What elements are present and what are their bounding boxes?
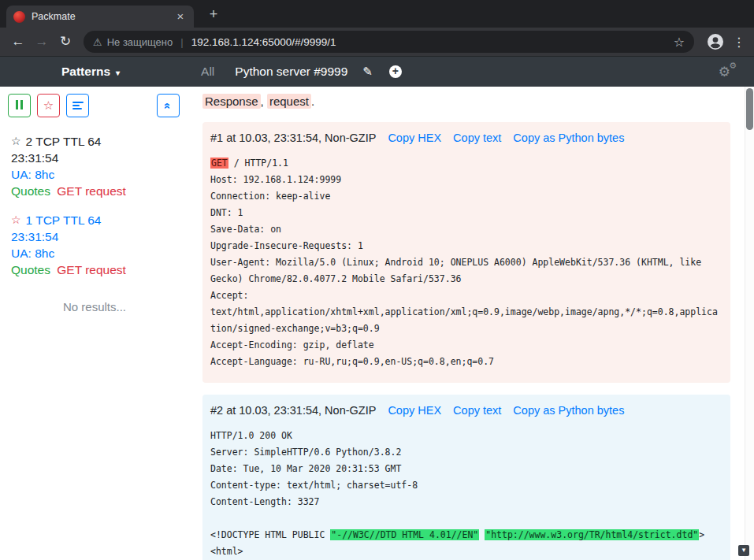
text-segment: HTTP/1.0 200 OK Server: SimpleHTTP/0.6 P… (210, 430, 418, 540)
browser-tab-strip: Packmate × + (0, 0, 754, 28)
favorites-filter-button[interactable]: ☆ (37, 94, 60, 117)
forward-icon[interactable]: → (30, 31, 54, 53)
pause-capture-button[interactable] (8, 94, 31, 117)
packet-payload: GET / HTTP/1.1 Host: 192.168.1.124:9999 … (210, 155, 722, 370)
pattern-match-pink: request (267, 94, 311, 109)
browser-tab[interactable]: Packmate × (6, 6, 194, 28)
no-results-text: No results... (11, 300, 181, 313)
copy-text-link[interactable]: Copy text (453, 404, 501, 417)
text-segment: , (261, 95, 267, 108)
text-segment: / HTTP/1.1 Host: 192.168.1.124:9999 Conn… (210, 158, 718, 367)
stream-user-agent[interactable]: UA: 8hc (11, 166, 181, 183)
security-status-text: Не защищено (107, 36, 173, 48)
stream-list: ☆ 2 TCP TTL 64 23:31:54 UA: 8hc Quotes G… (0, 133, 189, 313)
stream-item[interactable]: ☆ 1 TCP TTL 64 23:31:54 UA: 8hc Quotes G… (11, 212, 181, 278)
favorite-star-icon[interactable]: ☆ (11, 212, 21, 228)
edit-service-pencil-icon[interactable]: ✎ (362, 65, 373, 79)
tab-close-icon[interactable]: × (174, 10, 187, 23)
list-view-button[interactable] (66, 94, 89, 117)
copy-hex-link[interactable]: Copy HEX (388, 404, 441, 417)
packmate-favicon-icon (13, 11, 25, 23)
pattern-tag-quotes: Quotes (11, 263, 50, 276)
copy-python-bytes-link[interactable]: Copy as Python bytes (513, 404, 624, 417)
double-chevron-up-icon: « (162, 102, 175, 109)
stream-user-agent[interactable]: UA: 8hc (11, 245, 181, 261)
service-tabs: All Python server #9999 ✎ + (191, 65, 402, 79)
stream-item-current[interactable]: ☆ 2 TCP TTL 64 23:31:54 UA: 8hc Quotes G… (11, 133, 181, 199)
stream-sidebar: ☆ « ☆ 2 TCP TTL 64 23:31:54 UA: 8hc Quot… (0, 87, 189, 560)
browser-menu-icon[interactable]: ⋮ (730, 35, 748, 50)
pause-icon (15, 100, 24, 112)
gear-small-icon: ⚙ (729, 61, 737, 71)
text-segment: . (311, 95, 314, 108)
patterns-label: Patterns (61, 65, 110, 79)
not-secure-warning-icon[interactable]: ⚠ (93, 36, 102, 48)
omnibox-separator: | (180, 36, 183, 48)
pattern-tag-quotes: Quotes (11, 184, 50, 198)
copy-text-link[interactable]: Copy text (453, 132, 501, 144)
browser-toolbar: ← → ↻ ⚠ Не защищено | 192.168.1.124:6500… (0, 28, 754, 56)
stream-time: 23:31:54 (11, 228, 181, 245)
add-service-icon[interactable]: + (389, 65, 402, 78)
tab-title: Packmate (32, 11, 168, 22)
sidebar-controls: ☆ « (0, 94, 189, 117)
patterns-dropdown[interactable]: Patterns ▾ (61, 65, 120, 79)
copy-hex-link[interactable]: Copy HEX (388, 132, 441, 144)
stream-pattern-tags: Quotes GET request (11, 183, 181, 199)
packet-header: #1 at 10.03, 23:31:54, Non-GZIP Copy HEX… (210, 132, 722, 144)
packet-id: #2 at 10.03, 23:31:54, Non-GZIP (210, 404, 376, 417)
stream-pattern-tags: Quotes GET request (11, 261, 181, 278)
app-navbar: Patterns ▾ All Python server #9999 ✎ + ⚙… (0, 56, 754, 87)
scroll-to-bottom-button[interactable]: ▾ (738, 545, 749, 556)
pattern-match-red: GET (210, 158, 228, 169)
tab-python-server[interactable]: Python server #9999 (225, 65, 358, 79)
person-icon (706, 32, 725, 51)
stream-title: 2 TCP TTL 64 (26, 133, 102, 150)
copy-python-bytes-link[interactable]: Copy as Python bytes (513, 132, 624, 144)
settings-gears-icon[interactable]: ⚙⚙ (719, 64, 730, 80)
packet-card-response: #2 at 10.03, 23:31:54, Non-GZIP Copy HEX… (202, 395, 730, 560)
packet-id: #1 at 10.03, 23:31:54, Non-GZIP (210, 132, 376, 144)
back-icon[interactable]: ← (6, 31, 30, 53)
stream-title: 1 TCP TTL 64 (26, 212, 102, 228)
url-text[interactable]: 192.168.1.124:65000/#/9999/1 (191, 36, 669, 48)
scrollbar-thumb[interactable] (746, 88, 753, 130)
list-icon (72, 100, 84, 111)
favorite-star-icon[interactable]: ☆ (11, 133, 21, 150)
star-icon: ☆ (43, 98, 54, 113)
packet-card-request: #1 at 10.03, 23:31:54, Non-GZIP Copy HEX… (202, 122, 730, 383)
address-bar[interactable]: ⚠ Не защищено | 192.168.1.124:65000/#/99… (84, 31, 694, 53)
matched-patterns-legend: Response, request. (202, 93, 730, 110)
pattern-match-pink: Response (202, 94, 261, 109)
pattern-match-green: "http://www.w3.org/TR/html4/strict.dtd" (485, 529, 699, 540)
content-area: ☆ « ☆ 2 TCP TTL 64 23:31:54 UA: 8hc Quot… (0, 87, 754, 560)
packet-header: #2 at 10.03, 23:31:54, Non-GZIP Copy HEX… (210, 404, 722, 417)
pattern-match-green: "-//W3C//DTD HTML 4.01//EN" (330, 529, 479, 540)
caret-down-icon: ▾ (116, 69, 120, 77)
collapse-panel-button[interactable]: « (157, 94, 180, 117)
pattern-tag-get-request: GET request (57, 184, 126, 198)
reload-icon[interactable]: ↻ (54, 31, 77, 53)
page-scrollbar[interactable] (745, 87, 754, 560)
stream-time: 23:31:54 (11, 150, 181, 166)
bookmark-star-icon[interactable]: ☆ (674, 35, 685, 50)
profile-avatar[interactable] (705, 32, 726, 52)
packet-view: Response, request. #1 at 10.03, 23:31:54… (189, 87, 754, 560)
new-tab-button[interactable]: + (203, 5, 224, 25)
pattern-tag-get-request: GET request (57, 263, 126, 276)
packet-payload: HTTP/1.0 200 OK Server: SimpleHTTP/0.6 P… (210, 428, 722, 560)
tab-all-services[interactable]: All (191, 65, 225, 79)
